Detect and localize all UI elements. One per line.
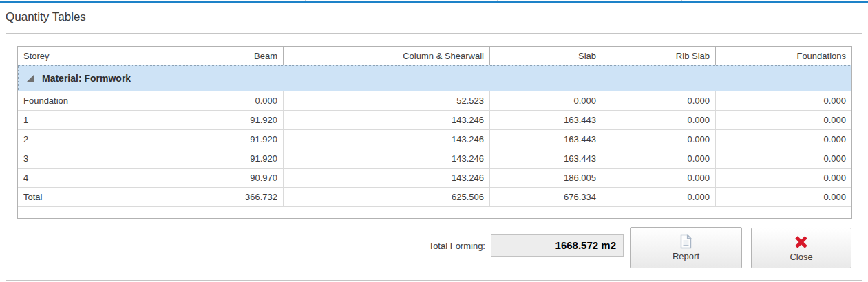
cell-rib-slab: 0.000 (602, 169, 716, 187)
report-button-label: Report (673, 251, 699, 261)
cell-rib-slab: 0.000 (602, 149, 716, 168)
quantity-grid: Storey Beam Column & Shearwall Slab Rib … (17, 46, 852, 219)
column-header-storey[interactable]: Storey (18, 47, 142, 65)
cell-beam: 91.920 (142, 130, 284, 149)
cell-rib-slab: 0.000 (602, 91, 716, 110)
cell-slab: 163.443 (490, 149, 602, 168)
accent-top-border (0, 1, 868, 3)
report-button[interactable]: Report (630, 227, 742, 268)
group-row-material-formwork[interactable]: Material: Formwork (18, 65, 851, 91)
close-x-icon (794, 235, 809, 250)
cell-foundations: 0.000 (716, 111, 851, 129)
table-row-storey-4[interactable]: 4 90.970 143.246 186.005 0.000 0.000 (18, 169, 851, 188)
cell-beam: 90.970 (142, 169, 284, 187)
cell-rib-slab: 0.000 (602, 188, 716, 206)
cell-storey: 3 (18, 149, 142, 168)
grid-header-row: Storey Beam Column & Shearwall Slab Rib … (18, 47, 851, 65)
close-button[interactable]: Close (751, 228, 851, 268)
cell-storey: 1 (18, 111, 142, 129)
cell-foundations: 0.000 (716, 91, 851, 110)
cell-beam: 91.920 (142, 111, 284, 129)
cell-foundations: 0.000 (716, 188, 851, 206)
cell-storey: Foundation (18, 91, 142, 110)
total-forming-label: Total Forming: (358, 241, 485, 251)
cell-column: 143.246 (284, 111, 490, 129)
cell-column: 52.523 (284, 91, 490, 110)
cell-slab: 163.443 (490, 111, 602, 129)
cell-storey: 4 (18, 169, 142, 187)
column-header-beam[interactable]: Beam (142, 47, 284, 65)
grid-empty-area (18, 207, 851, 218)
cell-slab: 186.005 (490, 169, 602, 187)
cell-column: 143.246 (284, 169, 490, 187)
cell-column: 143.246 (284, 130, 490, 149)
page-title: Quantity Tables (6, 10, 86, 24)
cell-beam: 366.732 (142, 188, 284, 206)
column-header-foundations[interactable]: Foundations (716, 47, 851, 65)
table-row-total[interactable]: Total 366.732 625.506 676.334 0.000 0.00… (18, 188, 851, 207)
column-header-rib-slab[interactable]: Rib Slab (602, 47, 716, 65)
table-row-storey-3[interactable]: 3 91.920 143.246 163.443 0.000 0.000 (18, 149, 851, 169)
table-row-storey-1[interactable]: 1 91.920 143.246 163.443 0.000 0.000 (18, 111, 851, 130)
cell-column: 625.506 (284, 188, 490, 206)
column-header-column-shearwall[interactable]: Column & Shearwall (284, 47, 490, 65)
cell-beam: 91.920 (142, 149, 284, 168)
column-header-slab[interactable]: Slab (490, 47, 602, 65)
group-row-label: Material: Formwork (42, 73, 131, 84)
table-row-foundation[interactable]: Foundation 0.000 52.523 0.000 0.000 0.00… (18, 91, 851, 111)
table-row-storey-2[interactable]: 2 91.920 143.246 163.443 0.000 0.000 (18, 130, 851, 149)
close-button-label: Close (790, 252, 812, 262)
cell-foundations: 0.000 (716, 130, 851, 149)
cell-foundations: 0.000 (716, 169, 851, 187)
cell-slab: 676.334 (490, 188, 602, 206)
cell-storey: 2 (18, 130, 142, 149)
cell-column: 143.246 (284, 149, 490, 168)
cell-foundations: 0.000 (716, 149, 851, 168)
total-forming-value: 1668.572 m2 (491, 234, 624, 257)
report-document-icon (679, 234, 694, 249)
cell-storey: Total (18, 188, 142, 206)
cell-beam: 0.000 (142, 91, 284, 110)
cell-slab: 0.000 (490, 91, 602, 110)
cell-rib-slab: 0.000 (602, 111, 716, 129)
cell-slab: 163.443 (490, 130, 602, 149)
cell-rib-slab: 0.000 (602, 130, 716, 149)
group-expanded-triangle-icon[interactable] (27, 75, 34, 82)
